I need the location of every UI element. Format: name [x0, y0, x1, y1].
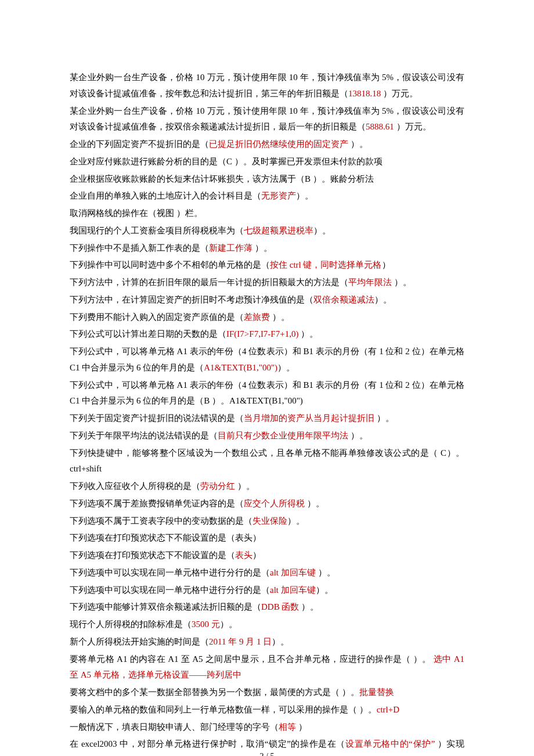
- paragraph: 新个人所得税法开始实施的时间是（2011 年 9 月 1 日）。: [70, 634, 464, 650]
- question-text: 企业的下列固定资产不提折旧的是（: [70, 139, 209, 149]
- question-text: ）。: [374, 295, 392, 304]
- question-text: 下列关于固定资产计提折旧的说法错误的是（: [70, 413, 244, 423]
- answer-text: 新建工作薄: [209, 243, 255, 253]
- paragraph: 一般情况下，填表日期较申请人、部门经理等的字号（相等 ）: [70, 719, 464, 736]
- paragraph: 取消网格线的操作在（视图 ）栏。: [70, 206, 464, 222]
- question-text: ）: [252, 550, 261, 560]
- question-text: 下列选项不属于差旅费报销单凭证内容的是（: [70, 499, 244, 508]
- question-text: 要将文档中的多个某一数据全部替换为另一个数据，最简便的方式是（ ）。: [70, 687, 359, 697]
- answer-text: 表头: [235, 550, 252, 560]
- paragraph: 下列公式可以计算出差日期的天数的是（IF(I7>F7,I7-F7+1,0) ）。: [70, 326, 464, 343]
- question-text: ）。: [237, 481, 255, 491]
- paragraph: 下列公式中，可以将单元格 A1 表示的年份（4 位数表示）和 B1 表示的月份（…: [70, 377, 464, 410]
- question-text: 下列公式中，可以将单元格 A1 表示的年份（4 位数表示）和 B1 表示的月份（…: [70, 380, 464, 406]
- question-text: 下列选项不属于工资表字段中的变动数据的是（: [70, 516, 252, 525]
- answer-text: DDB 函数: [261, 602, 301, 611]
- paragraph: 现行个人所得税的扣除标准是（3500 元）。: [70, 617, 464, 633]
- paragraph: 下列方法中，计算的在折旧年限的最后一年计提的折旧额最大的方法是（平均年限法 ）。: [70, 275, 464, 291]
- question-text: 企业自用的单独入账的土地应计入的会计科目是（: [70, 191, 261, 200]
- paragraph: 下列选项不属于工资表字段中的变动数据的是（失业保险）。: [70, 513, 464, 530]
- question-text: ）。: [301, 602, 319, 611]
- question-text: ）。: [318, 568, 335, 577]
- question-text: ）。: [255, 243, 272, 253]
- document-content: 某企业外购一台生产设备，价格 10 万元，预计使用年限 10 年，预计净残值率为…: [70, 70, 464, 756]
- paragraph: 要输入的单元格的数值和同列上一行单元格数值一样，可以采用的操作是（ ）。ctrl…: [70, 702, 464, 718]
- paragraph: 下列选项在打印预览状态下不能设置的是（表头）: [70, 548, 464, 564]
- answer-text: A1&TEXT(B1,"00"): [204, 363, 277, 372]
- paragraph: 下列公式中，可以将单元格 A1 表示的年份（4 位数表示）和 B1 表示的月份（…: [70, 344, 464, 376]
- answer-text: alt 加回车键: [270, 585, 316, 595]
- answer-text: 当月增加的资产从当月起计提折旧: [244, 413, 377, 423]
- answer-text: 失业保险: [252, 516, 287, 525]
- page-footer: 2 / 5: [0, 749, 534, 756]
- answer-text: ctrl+D: [377, 705, 399, 714]
- question-text: ）: [382, 260, 391, 269]
- question-text: ）万元。: [383, 89, 418, 98]
- question-text: ）。: [301, 329, 318, 339]
- question-text: ）万元。: [396, 122, 431, 131]
- answer-text: 设置单元格中的“保护”: [345, 739, 438, 748]
- question-text: ）。: [272, 312, 290, 322]
- paragraph: 要将单元格 A1 的内容在 A1 至 A5 之间居中显示，且不合并单元格，应进行…: [70, 651, 464, 684]
- answer-text: 已提足折旧仍然继续使用的固定资产: [209, 139, 351, 149]
- paragraph: 下列选项在打印预览状态下不能设置的是（表头）: [70, 530, 464, 546]
- answer-text: 劳动分红: [200, 481, 237, 491]
- question-text: ）。: [220, 620, 237, 629]
- paragraph: 下列关于固定资产计提折旧的说法错误的是（当月增加的资产从当月起计提折旧 ）。: [70, 411, 464, 427]
- question-text: ）。: [287, 516, 305, 525]
- answer-text: 七级超额累进税率: [244, 226, 313, 235]
- question-text: 下列选项中可以实现在同一单元格中进行分行的是（: [70, 568, 270, 577]
- answer-text: 相等: [279, 722, 298, 732]
- answer-text: 5888.61: [366, 122, 396, 131]
- paragraph: 下列费用不能计入购入的固定资产原值的是（差旅费 ）。: [70, 309, 464, 326]
- question-text: ）: [298, 722, 307, 732]
- question-text: 我国现行的个人工资薪金项目所得税税率为（: [70, 226, 244, 235]
- question-text: ）。: [277, 363, 295, 372]
- question-text: 下列收入应征收个人所得税的是（: [70, 481, 200, 491]
- question-text: ）。: [272, 637, 289, 646]
- paragraph: 下列快捷键中，能够将整个区域设为一个数组公式，且各单元格不能再单独修改该公式的是…: [70, 445, 464, 478]
- question-text: ）。: [313, 226, 331, 235]
- question-text: ）。: [307, 499, 324, 508]
- answer-text: 双倍余额递减法: [313, 295, 374, 304]
- answer-text: 3500 元: [192, 620, 220, 629]
- paragraph: 下列选项不属于差旅费报销单凭证内容的是（应交个人所得税 ）。: [70, 496, 464, 512]
- question-text: ）。: [351, 431, 368, 440]
- question-text: ）。: [377, 413, 394, 423]
- paragraph: 下列方法中，在计算固定资产的折旧时不考虑预计净残值的是（双倍余额递减法）。: [70, 292, 464, 308]
- question-text: 现行个人所得税的扣除标准是（: [70, 620, 192, 629]
- question-text: 下列选项在打印预览状态下不能设置的是（: [70, 550, 235, 560]
- paragraph: 某企业外购一台生产设备，价格 10 万元，预计使用年限 10 年，预计净残值率为…: [70, 70, 464, 102]
- answer-text: 13818.18: [348, 89, 383, 98]
- question-text: ）。: [316, 585, 333, 595]
- document-page: 某企业外购一台生产设备，价格 10 万元，预计使用年限 10 年，预计净残值率为…: [0, 0, 534, 756]
- answer-text: 2011 年 9 月 1 日: [209, 637, 272, 646]
- question-text: ）。: [351, 139, 368, 149]
- question-text: 下列关于年限平均法的说法错误的是（: [70, 431, 218, 440]
- paragraph: 下列选项中可以实现在同一单元格中进行分行的是（alt 加回车键 ）。: [70, 565, 464, 581]
- answer-text: alt 加回车键: [270, 568, 318, 577]
- paragraph: 企业对应付账款进行账龄分析的目的是（C ）。及时掌握已开发票但未付款的款项: [70, 154, 464, 170]
- answer-text: 应交个人所得税: [244, 499, 307, 508]
- question-text: 企业根据应收账款账龄的长短来估计坏账损失，该方法属于（B ）。账龄分析法: [70, 174, 374, 183]
- question-text: 在 excel2003 中，对部分单元格进行保护时，取消“锁定”的操作是在（: [70, 739, 345, 748]
- answer-text: 目前只有少数企业使用年限平均法: [218, 431, 351, 440]
- question-text: 下列选项在打印预览状态下不能设置的是（表头）: [70, 533, 261, 542]
- paragraph: 下列操作中可以同时选中多个不相邻的单元格的是（按住 ctrl 键，同时选择单元格…: [70, 257, 464, 273]
- paragraph: 下列选项中可以实现在同一单元格中进行分行的是（alt 加回车键）。: [70, 582, 464, 599]
- question-text: 企业对应付账款进行账龄分析的目的是（C ）。及时掌握已开发票但未付款的款项: [70, 157, 383, 166]
- answer-text: 无形资产: [261, 191, 296, 200]
- answer-text: 差旅费: [244, 312, 272, 322]
- question-text: ）。: [394, 278, 412, 287]
- question-text: 下列快捷键中，能够将整个区域设为一个数组公式，且各单元格不能再单独修改该公式的是…: [70, 448, 464, 474]
- question-text: ）。: [296, 191, 313, 200]
- paragraph: 企业自用的单独入账的土地应计入的会计科目是（无形资产）。: [70, 188, 464, 204]
- paragraph: 企业的下列固定资产不提折旧的是（已提足折旧仍然继续使用的固定资产 ）。: [70, 136, 464, 153]
- question-text: 一般情况下，填表日期较申请人、部门经理等的字号（: [70, 722, 279, 732]
- question-text: 下列方法中，计算的在折旧年限的最后一年计提的折旧额最大的方法是（: [70, 278, 348, 287]
- paragraph: 企业根据应收账款账龄的长短来估计坏账损失，该方法属于（B ）。账龄分析法: [70, 171, 464, 188]
- answer-text: 平均年限法: [348, 278, 394, 287]
- question-text: 新个人所得税法开始实施的时间是（: [70, 637, 209, 646]
- answer-text: 批量替换: [359, 687, 394, 697]
- question-text: 下列选项中能够计算双倍余额递减法折旧额的是（: [70, 602, 261, 611]
